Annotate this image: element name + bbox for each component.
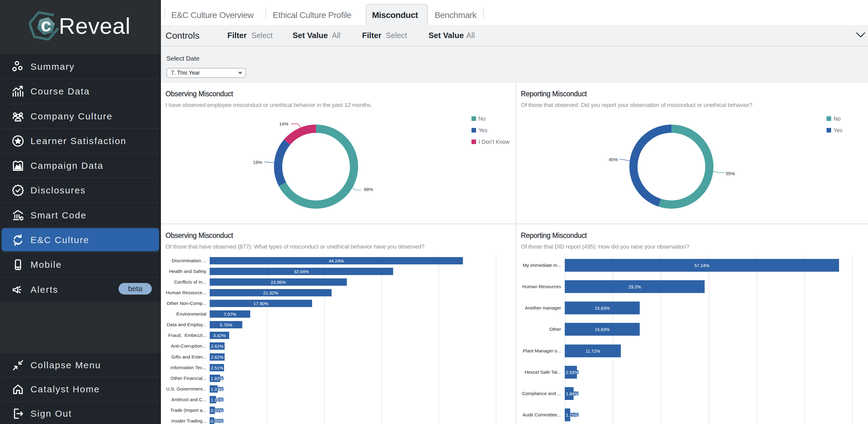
svg-text:19%: 19% [253,160,262,165]
svg-text:68%: 68% [364,187,373,192]
svg-text:c: c [41,14,51,35]
svg-text:14%: 14% [279,121,288,126]
svg-text:55%: 55% [726,171,735,176]
svg-text:45%: 45% [609,157,618,162]
